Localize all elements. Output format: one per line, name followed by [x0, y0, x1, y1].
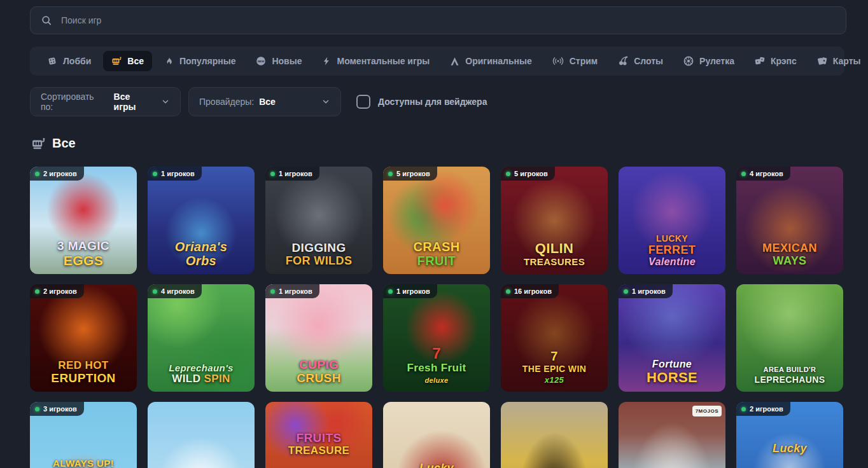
slot-machine-icon [31, 137, 45, 151]
game-title: RED HOTERUPTION [32, 360, 134, 385]
tab-roulette[interactable]: Рулетка [675, 51, 743, 71]
game-title: ALWAYS UP! [32, 458, 134, 468]
tab-label: Крэпс [771, 56, 797, 66]
online-dot-icon [270, 289, 275, 294]
online-dot-icon [388, 289, 393, 294]
tab-new[interactable]: NEWНовые [248, 51, 310, 71]
tab-label: Стрим [570, 56, 598, 66]
game-title: CUPIGCRUSH [268, 359, 370, 385]
providers-dropdown[interactable]: Провайдеры: Все [188, 87, 341, 116]
tab-cards[interactable]: Карты [809, 51, 868, 71]
game-card[interactable]: FRUITSTREASURE [265, 402, 372, 468]
cards-icon [817, 56, 827, 66]
chevron-down-icon [321, 97, 330, 106]
games-lobby-page: ЛоббиВсеПопулярныеNEWНовыеМоментальные и… [0, 0, 868, 468]
tab-originals[interactable]: Оригинальные [442, 51, 540, 71]
tab-stream[interactable]: Стрим [544, 51, 606, 71]
game-title: CRASHFRUIT [386, 240, 487, 268]
wager-checkbox-label: Доступны для вейджера [378, 97, 487, 107]
broadcast-icon [552, 57, 564, 65]
sort-value: Все игры [114, 92, 155, 112]
game-title: FortuneHORSE [621, 359, 723, 385]
online-dot-icon [35, 289, 39, 294]
tab-label: Оригинальные [465, 56, 531, 66]
tab-lobby[interactable]: Лобби [39, 51, 99, 71]
game-card[interactable]: 1 игроковFortuneHORSE [619, 284, 725, 392]
tab-label: Моментальные игры [337, 56, 430, 66]
svg-text:NEW: NEW [258, 60, 265, 63]
player-count-badge: 1 игроков [383, 284, 437, 298]
tab-instant[interactable]: Моментальные игры [314, 51, 438, 71]
wager-checkbox[interactable] [356, 95, 370, 109]
player-count-label: 1 игроков [396, 287, 430, 295]
sort-dropdown[interactable]: Сортировать по: Все игры [30, 87, 181, 116]
tab-popular[interactable]: Популярные [156, 51, 244, 71]
tab-craps[interactable]: Крэпс [746, 51, 805, 71]
game-card[interactable]: 4 игроковMEXICANWAYS [736, 167, 843, 274]
game-card[interactable]: 5 игроковCRASHFRUIT [383, 167, 490, 274]
player-count-badge: 2 игроков [30, 167, 84, 181]
player-count-badge: 1 игроков [619, 284, 673, 298]
game-card[interactable]: 1 игроковDIGGINGFOR WILDS [265, 167, 372, 274]
bolt-icon [322, 57, 331, 65]
game-title: LUCKYFERRETValentine [621, 233, 723, 268]
tab-label: Карты [833, 56, 861, 66]
game-title: 7THE EPIC WINx125 [503, 349, 605, 385]
game-title: MEXICANWAYS [739, 242, 841, 268]
player-count-label: 1 игроков [279, 287, 312, 295]
tab-all[interactable]: Все [103, 51, 152, 71]
game-card[interactable]: 2 игроковLucky [736, 402, 843, 468]
game-card[interactable]: LUCKYFERRETValentine [619, 167, 725, 274]
tab-label: Лобби [63, 56, 91, 66]
game-card[interactable]: 1 игроковOriana'sOrbs [148, 167, 255, 274]
game-card[interactable] [501, 402, 608, 468]
tab-label: Популярные [179, 56, 235, 66]
game-title: Lucky [386, 462, 487, 468]
game-card[interactable]: 16 игроков7THE EPIC WINx125 [501, 284, 608, 392]
wager-filter[interactable]: Доступны для вейджера [356, 95, 487, 109]
player-count-label: 1 игроков [161, 170, 195, 177]
flame-icon [164, 57, 174, 66]
player-count-badge: 1 игроков [265, 284, 319, 298]
game-card[interactable] [148, 402, 255, 468]
provider-logo: 7MOJOS [692, 406, 722, 416]
player-count-badge: 4 игроков [736, 167, 790, 181]
cherries-icon [618, 56, 628, 66]
online-dot-icon [153, 289, 157, 294]
online-dot-icon [270, 172, 275, 176]
player-count-label: 5 игроков [514, 170, 548, 177]
game-card[interactable]: 1 игроковCUPIGCRUSH [265, 284, 372, 392]
game-title: Lucky [739, 443, 841, 455]
player-count-label: 4 игроков [750, 170, 783, 177]
game-card[interactable]: Lucky [383, 402, 490, 468]
player-count-badge: 16 игроков [501, 284, 559, 298]
tab-slots[interactable]: Слоты [610, 51, 671, 71]
player-count-badge: 2 игроков [736, 402, 790, 416]
new-icon: NEW [256, 56, 266, 66]
search-input[interactable] [60, 15, 836, 26]
game-title: DIGGINGFOR WILDS [268, 242, 370, 268]
player-count-badge: 5 игроков [383, 167, 437, 181]
player-count-label: 3 игроков [43, 405, 77, 413]
game-card[interactable]: 7MOJOS [619, 402, 725, 468]
chevron-down-icon [161, 97, 170, 106]
game-card[interactable]: 2 игроковRED HOTERUPTION [30, 284, 137, 392]
game-card[interactable]: 4 игроковLeprechaun'sWILD SPIN [148, 284, 255, 392]
games-grid: 2 игроков3 MAGICEGGS1 игроковOriana'sOrb… [30, 167, 843, 468]
tab-label: Рулетка [699, 56, 734, 66]
search-bar[interactable] [30, 6, 846, 34]
player-count-badge: 3 игроков [30, 402, 84, 416]
online-dot-icon [388, 172, 393, 176]
player-count-badge: 4 игроков [148, 284, 202, 298]
game-card[interactable]: AREA BUILD'RLEPRECHAUNS [736, 284, 843, 392]
game-card[interactable]: 5 игроковQILINTREASURES [501, 167, 608, 274]
game-card[interactable]: 1 игроков7Fresh Fruitdeluxe [383, 284, 490, 392]
providers-value: Все [259, 97, 276, 107]
online-dot-icon [741, 407, 746, 411]
game-title: AREA BUILD'RLEPRECHAUNS [739, 363, 841, 385]
player-count-label: 1 игроков [632, 287, 666, 295]
tab-label: Слоты [634, 56, 663, 66]
game-card[interactable]: 3 игроковALWAYS UP! [30, 402, 137, 468]
sort-label: Сортировать по: [41, 92, 109, 112]
game-card[interactable]: 2 игроков3 MAGICEGGS [30, 167, 137, 274]
